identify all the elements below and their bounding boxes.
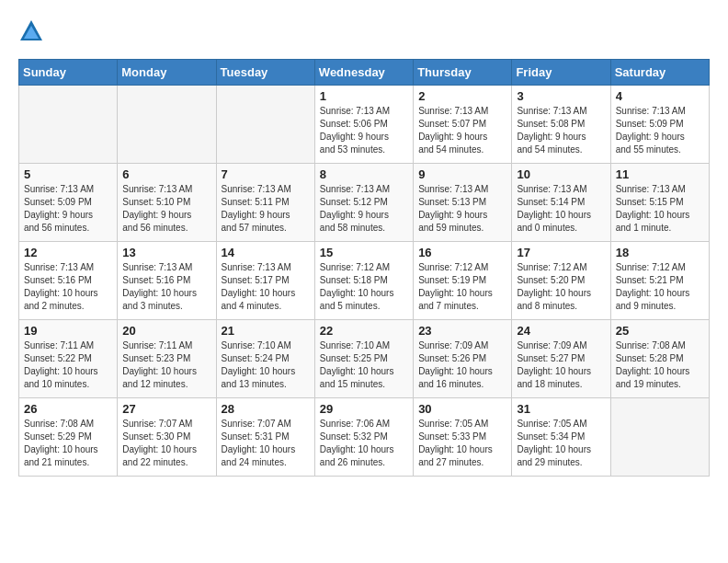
day-cell-5: 5Sunrise: 7:13 AM Sunset: 5:09 PM Daylig… — [19, 164, 118, 242]
day-cell-2: 2Sunrise: 7:13 AM Sunset: 5:07 PM Daylig… — [414, 86, 512, 164]
logo — [18, 18, 48, 44]
day-number-11: 11 — [616, 167, 704, 181]
day-cell-15: 15Sunrise: 7:12 AM Sunset: 5:18 PM Dayli… — [314, 242, 413, 320]
day-content-3: Sunrise: 7:13 AM Sunset: 5:08 PM Dayligh… — [517, 105, 605, 156]
day-cell-1: 1Sunrise: 7:13 AM Sunset: 5:06 PM Daylig… — [314, 86, 413, 164]
day-number-2: 2 — [418, 89, 506, 103]
day-content-5: Sunrise: 7:13 AM Sunset: 5:09 PM Dayligh… — [24, 183, 112, 235]
day-number-10: 10 — [517, 167, 605, 181]
day-cell-11: 11Sunrise: 7:13 AM Sunset: 5:15 PM Dayli… — [610, 164, 709, 242]
weekday-header-saturday: Saturday — [610, 60, 709, 86]
day-number-16: 16 — [418, 246, 506, 259]
day-cell-29: 29Sunrise: 7:06 AM Sunset: 5:32 PM Dayli… — [314, 398, 413, 477]
day-number-13: 13 — [122, 246, 210, 259]
week-row-4: 19Sunrise: 7:11 AM Sunset: 5:22 PM Dayli… — [19, 320, 710, 398]
day-cell-22: 22Sunrise: 7:10 AM Sunset: 5:25 PM Dayli… — [314, 320, 413, 398]
day-cell-13: 13Sunrise: 7:13 AM Sunset: 5:16 PM Dayli… — [118, 242, 216, 320]
day-number-6: 6 — [122, 167, 210, 181]
day-number-28: 28 — [222, 402, 310, 416]
weekday-header-wednesday: Wednesday — [314, 60, 413, 86]
day-number-27: 27 — [122, 402, 210, 416]
day-content-21: Sunrise: 7:10 AM Sunset: 5:24 PM Dayligh… — [222, 339, 310, 391]
day-content-27: Sunrise: 7:07 AM Sunset: 5:30 PM Dayligh… — [122, 418, 210, 469]
day-cell-26: 26Sunrise: 7:08 AM Sunset: 5:29 PM Dayli… — [19, 398, 118, 477]
day-content-2: Sunrise: 7:13 AM Sunset: 5:07 PM Dayligh… — [418, 105, 506, 156]
day-content-20: Sunrise: 7:11 AM Sunset: 5:23 PM Dayligh… — [122, 339, 210, 391]
day-number-18: 18 — [616, 246, 704, 259]
week-row-2: 5Sunrise: 7:13 AM Sunset: 5:09 PM Daylig… — [19, 164, 710, 242]
day-cell-25: 25Sunrise: 7:08 AM Sunset: 5:28 PM Dayli… — [610, 320, 709, 398]
day-number-25: 25 — [616, 324, 704, 338]
day-number-7: 7 — [222, 167, 310, 181]
day-content-1: Sunrise: 7:13 AM Sunset: 5:06 PM Dayligh… — [320, 105, 408, 156]
day-number-1: 1 — [320, 89, 408, 103]
day-content-6: Sunrise: 7:13 AM Sunset: 5:10 PM Dayligh… — [122, 183, 210, 235]
day-content-17: Sunrise: 7:12 AM Sunset: 5:20 PM Dayligh… — [517, 261, 605, 313]
empty-cell — [118, 86, 216, 164]
day-number-30: 30 — [418, 402, 506, 416]
day-content-14: Sunrise: 7:13 AM Sunset: 5:17 PM Dayligh… — [222, 261, 310, 313]
day-cell-8: 8Sunrise: 7:13 AM Sunset: 5:12 PM Daylig… — [314, 164, 413, 242]
day-cell-10: 10Sunrise: 7:13 AM Sunset: 5:14 PM Dayli… — [512, 164, 610, 242]
day-cell-21: 21Sunrise: 7:10 AM Sunset: 5:24 PM Dayli… — [216, 320, 314, 398]
day-cell-9: 9Sunrise: 7:13 AM Sunset: 5:13 PM Daylig… — [414, 164, 512, 242]
day-number-15: 15 — [320, 246, 408, 259]
day-number-5: 5 — [24, 167, 112, 181]
day-cell-28: 28Sunrise: 7:07 AM Sunset: 5:31 PM Dayli… — [216, 398, 314, 477]
header — [18, 18, 710, 44]
day-cell-3: 3Sunrise: 7:13 AM Sunset: 5:08 PM Daylig… — [512, 86, 610, 164]
day-cell-27: 27Sunrise: 7:07 AM Sunset: 5:30 PM Dayli… — [118, 398, 216, 477]
day-content-28: Sunrise: 7:07 AM Sunset: 5:31 PM Dayligh… — [222, 418, 310, 469]
day-content-19: Sunrise: 7:11 AM Sunset: 5:22 PM Dayligh… — [24, 339, 112, 391]
day-number-3: 3 — [517, 89, 605, 103]
day-content-13: Sunrise: 7:13 AM Sunset: 5:16 PM Dayligh… — [122, 261, 210, 313]
calendar: SundayMondayTuesdayWednesdayThursdayFrid… — [18, 59, 710, 477]
day-cell-20: 20Sunrise: 7:11 AM Sunset: 5:23 PM Dayli… — [118, 320, 216, 398]
day-number-21: 21 — [222, 324, 310, 338]
day-content-9: Sunrise: 7:13 AM Sunset: 5:13 PM Dayligh… — [418, 183, 506, 235]
day-cell-24: 24Sunrise: 7:09 AM Sunset: 5:27 PM Dayli… — [512, 320, 610, 398]
day-number-22: 22 — [320, 324, 408, 338]
logo-icon — [18, 18, 44, 44]
weekday-header-friday: Friday — [512, 60, 610, 86]
day-number-19: 19 — [24, 324, 112, 338]
empty-cell — [19, 86, 118, 164]
day-number-17: 17 — [517, 246, 605, 259]
week-row-3: 12Sunrise: 7:13 AM Sunset: 5:16 PM Dayli… — [19, 242, 710, 320]
day-number-23: 23 — [418, 324, 506, 338]
day-number-24: 24 — [517, 324, 605, 338]
day-cell-18: 18Sunrise: 7:12 AM Sunset: 5:21 PM Dayli… — [610, 242, 709, 320]
week-row-5: 26Sunrise: 7:08 AM Sunset: 5:29 PM Dayli… — [19, 398, 710, 477]
weekday-header-monday: Monday — [118, 60, 216, 86]
day-content-7: Sunrise: 7:13 AM Sunset: 5:11 PM Dayligh… — [222, 183, 310, 235]
day-cell-31: 31Sunrise: 7:05 AM Sunset: 5:34 PM Dayli… — [512, 398, 610, 477]
empty-cell — [216, 86, 314, 164]
day-number-20: 20 — [122, 324, 210, 338]
day-content-11: Sunrise: 7:13 AM Sunset: 5:15 PM Dayligh… — [616, 183, 704, 235]
day-number-8: 8 — [320, 167, 408, 181]
day-content-31: Sunrise: 7:05 AM Sunset: 5:34 PM Dayligh… — [517, 418, 605, 469]
day-content-25: Sunrise: 7:08 AM Sunset: 5:28 PM Dayligh… — [616, 339, 704, 391]
day-cell-30: 30Sunrise: 7:05 AM Sunset: 5:33 PM Dayli… — [414, 398, 512, 477]
day-content-12: Sunrise: 7:13 AM Sunset: 5:16 PM Dayligh… — [24, 261, 112, 313]
day-cell-17: 17Sunrise: 7:12 AM Sunset: 5:20 PM Dayli… — [512, 242, 610, 320]
day-content-30: Sunrise: 7:05 AM Sunset: 5:33 PM Dayligh… — [418, 418, 506, 469]
day-number-26: 26 — [24, 402, 112, 416]
day-content-8: Sunrise: 7:13 AM Sunset: 5:12 PM Dayligh… — [320, 183, 408, 235]
weekday-header-tuesday: Tuesday — [216, 60, 314, 86]
day-content-15: Sunrise: 7:12 AM Sunset: 5:18 PM Dayligh… — [320, 261, 408, 313]
empty-cell — [610, 398, 709, 477]
day-content-29: Sunrise: 7:06 AM Sunset: 5:32 PM Dayligh… — [320, 418, 408, 469]
weekday-header-row: SundayMondayTuesdayWednesdayThursdayFrid… — [19, 60, 710, 86]
day-cell-14: 14Sunrise: 7:13 AM Sunset: 5:17 PM Dayli… — [216, 242, 314, 320]
day-content-22: Sunrise: 7:10 AM Sunset: 5:25 PM Dayligh… — [320, 339, 408, 391]
day-number-31: 31 — [517, 402, 605, 416]
day-number-12: 12 — [24, 246, 112, 259]
day-cell-6: 6Sunrise: 7:13 AM Sunset: 5:10 PM Daylig… — [118, 164, 216, 242]
day-content-4: Sunrise: 7:13 AM Sunset: 5:09 PM Dayligh… — [616, 105, 704, 156]
day-content-18: Sunrise: 7:12 AM Sunset: 5:21 PM Dayligh… — [616, 261, 704, 313]
weekday-header-thursday: Thursday — [414, 60, 512, 86]
day-number-14: 14 — [222, 246, 310, 259]
day-content-24: Sunrise: 7:09 AM Sunset: 5:27 PM Dayligh… — [517, 339, 605, 391]
day-number-4: 4 — [616, 89, 704, 103]
